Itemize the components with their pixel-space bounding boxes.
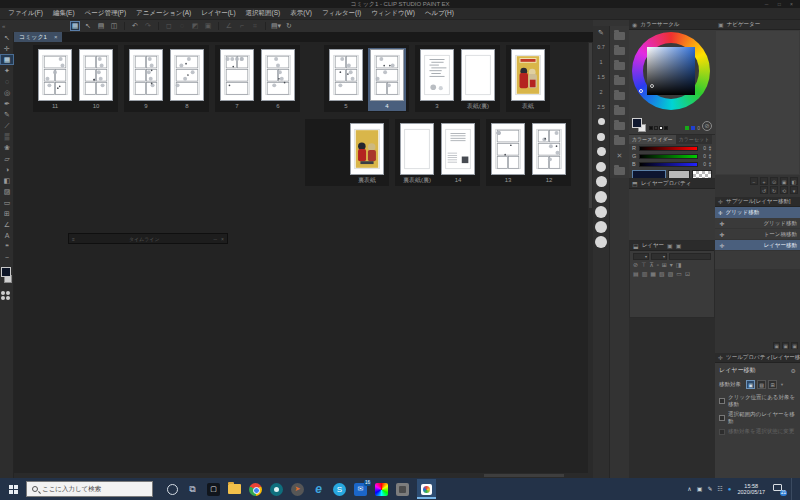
material-folder-icon[interactable] bbox=[610, 28, 629, 43]
tool-property-option-2[interactable]: 移動対象を選択状態に変更 bbox=[715, 425, 800, 435]
cortana-icon[interactable] bbox=[167, 484, 178, 495]
page-thumbnail[interactable] bbox=[420, 49, 454, 101]
subtool-current[interactable]: ✛ グリッド移動 bbox=[715, 207, 800, 218]
material-folder-icon[interactable] bbox=[610, 88, 629, 103]
channel-spinner[interactable]: ▲▼ bbox=[708, 153, 712, 159]
undo-button[interactable]: ↶ bbox=[130, 21, 140, 31]
color-mode-dots[interactable] bbox=[1, 291, 12, 300]
nav-reset-button[interactable]: ⟲ bbox=[780, 186, 788, 194]
menu-item-2[interactable]: ページ管理(P) bbox=[85, 9, 126, 18]
subtool-tab[interactable]: サブツール[レイヤー移動] bbox=[726, 198, 790, 205]
print-button[interactable]: ◫ bbox=[109, 21, 119, 31]
menu-item-5[interactable]: 選択範囲(S) bbox=[246, 9, 281, 18]
auto-select-tool[interactable]: ✦ bbox=[0, 65, 14, 76]
operation-tool[interactable]: ↖ bbox=[0, 32, 14, 43]
page-thumbnail[interactable] bbox=[79, 49, 113, 101]
page-cell[interactable]: 裏表紙 bbox=[348, 122, 386, 185]
snap-grid-button[interactable]: ⌗ bbox=[250, 21, 260, 31]
color-history-chips[interactable] bbox=[649, 126, 668, 130]
layer-panel-tab[interactable]: レイヤー bbox=[642, 242, 664, 249]
brush-size-item[interactable]: 0.7 bbox=[593, 39, 609, 54]
page-thumbnail[interactable] bbox=[511, 49, 545, 101]
saturation-value-square[interactable] bbox=[647, 47, 695, 95]
layer-toolbar-row2[interactable]: ▤▥▦▧▨▭⊡ bbox=[630, 269, 714, 278]
blend-mode-select[interactable]: ▾ bbox=[633, 253, 649, 260]
checkbox[interactable] bbox=[719, 398, 725, 404]
navigator-tab[interactable]: ナビゲーター bbox=[727, 21, 761, 28]
airbrush-tool[interactable]: ▒ bbox=[0, 131, 14, 142]
brush-size-item[interactable] bbox=[593, 204, 609, 219]
page-cell[interactable]: 裏表紙(裏) bbox=[398, 122, 436, 185]
pencil-tool[interactable]: ✎ bbox=[0, 109, 14, 120]
gray-app-icon[interactable] bbox=[396, 483, 409, 496]
selection-border-button[interactable]: ▣ bbox=[203, 21, 213, 31]
brush-size-item[interactable] bbox=[593, 114, 609, 129]
menu-item-1[interactable]: 編集(E) bbox=[53, 9, 75, 18]
invert-selection-button[interactable]: ◩ bbox=[190, 21, 200, 31]
edge-icon[interactable]: e bbox=[312, 483, 325, 496]
brush-size-item[interactable] bbox=[593, 219, 609, 234]
page-manager-view-button[interactable]: ▦ bbox=[70, 21, 80, 31]
blend-tool[interactable]: ◑ bbox=[0, 164, 14, 175]
palette-menu-icon[interactable]: ≡ bbox=[72, 236, 75, 242]
material-close-icon[interactable]: ✕ bbox=[610, 148, 629, 163]
nav-flip-button[interactable]: ◧ bbox=[790, 177, 798, 185]
page-thumbnail[interactable] bbox=[400, 123, 434, 175]
page-thumbnail[interactable] bbox=[350, 123, 384, 175]
palette-mini-icons[interactable]: ▣▣▣ bbox=[773, 342, 798, 349]
nav-zoom-in-button[interactable]: + bbox=[760, 177, 768, 185]
start-button[interactable] bbox=[0, 478, 26, 500]
page-cell[interactable]: 14 bbox=[439, 122, 477, 185]
page-cell[interactable]: 11 bbox=[36, 48, 74, 111]
page-thumbnail[interactable] bbox=[461, 49, 495, 101]
channel-spinner[interactable]: ▲▼ bbox=[708, 145, 712, 151]
redo-button[interactable]: ↷ bbox=[143, 21, 153, 31]
sv-cursor[interactable] bbox=[650, 84, 654, 88]
gradient-tool[interactable]: ▨ bbox=[0, 186, 14, 197]
layer-property-tab[interactable]: レイヤープロパティ bbox=[641, 180, 692, 187]
opacity-slider[interactable] bbox=[669, 253, 711, 260]
page-cell[interactable]: 表紙 bbox=[509, 48, 547, 111]
figure-tool[interactable]: ▭ bbox=[0, 197, 14, 208]
subtool-item[interactable]: ✛グリッド移動 bbox=[715, 218, 800, 229]
snap-ruler-button[interactable]: ∠ bbox=[224, 21, 234, 31]
orange-app-icon[interactable]: ➤ bbox=[291, 483, 304, 496]
page-cell[interactable]: 12 bbox=[530, 122, 568, 185]
open-folder-button[interactable]: ▤ bbox=[96, 21, 106, 31]
fill-tool[interactable]: ◧ bbox=[0, 175, 14, 186]
brush-size-item[interactable] bbox=[593, 174, 609, 189]
taskbar-clock[interactable]: 15:58 2020/05/17 bbox=[737, 483, 765, 496]
layer-tab2-icon[interactable]: ▣ bbox=[667, 242, 673, 249]
brush-size-item[interactable] bbox=[593, 159, 609, 174]
layer-tab3-icon[interactable]: ▣ bbox=[676, 242, 682, 249]
foreground-background-swatches[interactable] bbox=[632, 118, 647, 132]
menu-item-9[interactable]: ヘルプ(H) bbox=[425, 9, 454, 18]
document-tab[interactable]: コミック1 × bbox=[14, 32, 62, 42]
nav-option-button[interactable]: ▾ bbox=[790, 186, 798, 194]
task-view-icon[interactable]: ⧉ bbox=[186, 483, 199, 496]
opacity-select[interactable]: ▾ bbox=[651, 253, 667, 260]
menu-item-3[interactable]: アニメーション(A) bbox=[136, 9, 191, 18]
window-controls[interactable]: ─ □ × bbox=[765, 0, 797, 8]
material-folder-icon[interactable] bbox=[610, 43, 629, 58]
channel-slider[interactable] bbox=[639, 154, 698, 159]
material-folder-icon[interactable] bbox=[610, 58, 629, 73]
rotate-reset-button[interactable]: ↻ bbox=[284, 21, 294, 31]
snap-special-ruler-button[interactable]: ⌐ bbox=[237, 21, 247, 31]
page-cell[interactable]: 7 bbox=[218, 48, 256, 111]
hue-cursor[interactable] bbox=[639, 89, 643, 93]
tray-onedrive-icon[interactable]: ● bbox=[728, 484, 732, 494]
page-thumbnail[interactable] bbox=[261, 49, 295, 101]
brush-tool[interactable]: ⟋ bbox=[0, 120, 14, 131]
frame-border-tool[interactable]: ⊞ bbox=[0, 208, 14, 219]
green-chip[interactable] bbox=[685, 126, 689, 130]
page-thumbnail[interactable] bbox=[532, 123, 566, 175]
page-cell[interactable]: 5 bbox=[327, 48, 365, 111]
page-cell[interactable]: 13 bbox=[489, 122, 527, 185]
wrench-icon[interactable]: ⚙ bbox=[791, 367, 796, 374]
main-color-swatch[interactable] bbox=[1, 267, 11, 277]
action-center-icon[interactable]: 21 bbox=[773, 484, 785, 494]
nav-rotate-right-button[interactable]: ↻ bbox=[770, 186, 778, 194]
page-thumbnail[interactable] bbox=[329, 49, 363, 101]
page-thumbnail[interactable] bbox=[220, 49, 254, 101]
